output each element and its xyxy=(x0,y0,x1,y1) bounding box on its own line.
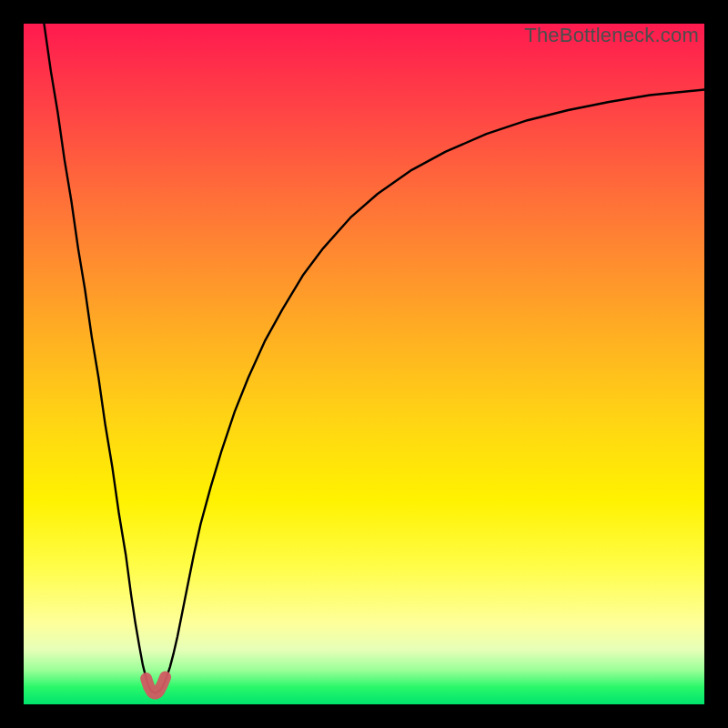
curve-layer xyxy=(24,24,704,704)
cusp-highlight xyxy=(147,677,166,693)
watermark-text: TheBottleneck.com xyxy=(524,24,699,47)
chart-frame: TheBottleneck.com xyxy=(0,0,728,728)
bottleneck-curve xyxy=(44,24,704,693)
plot-area: TheBottleneck.com xyxy=(24,24,704,704)
